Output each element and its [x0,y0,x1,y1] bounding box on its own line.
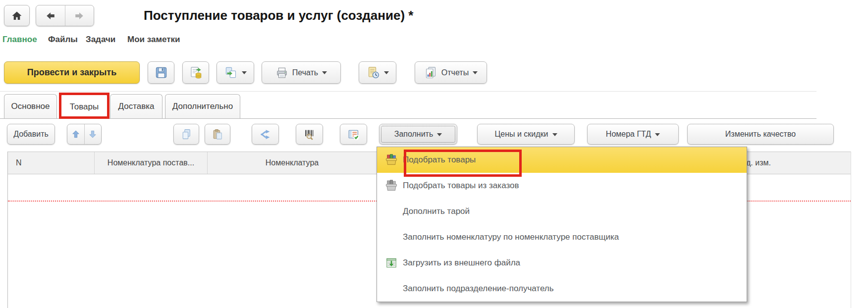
tab-tovary[interactable]: Товары [60,94,108,119]
gtd-numbers-label: Номера ГТД [606,130,651,139]
menu-item-label: Загрузить из внешнего файла [403,258,520,268]
column-label: N [16,158,22,167]
menu-item-zagruzit-iz-fayla[interactable]: Загрузить из внешнего файла [377,250,747,276]
tab-osnovnoe[interactable]: Основное [4,94,57,118]
arrow-up-icon [71,129,81,139]
menu-item-label: Подобрать товары [403,155,476,165]
forward-button[interactable] [65,5,94,26]
chevron-down-icon [384,71,389,77]
section-menu: Главное Файлы Задачи Мои заметки [0,35,868,48]
chevron-down-icon [473,71,478,77]
gtd-numbers-button[interactable]: Номера ГТД [587,124,679,145]
tab-label: Товары [70,102,99,112]
reports-chart-icon [424,66,437,79]
document-clock-icon [367,66,380,79]
menu-item-label: Заполнить номенклатуру по номенклатуре п… [403,232,619,242]
section-item-zadachi[interactable]: Задачи [86,35,115,45]
chevron-down-icon [437,133,442,139]
chevron-down-icon [655,133,660,139]
goods-box-gray-icon [384,178,399,193]
tab-dopolnitelno[interactable]: Дополнительно [165,94,240,118]
forward-arrow-icon [74,10,85,21]
menu-item-zapolnit-podrazdelenie[interactable]: Заполнить подразделение-получатель [377,276,747,302]
create-based-on-button[interactable] [217,61,254,84]
fill-table-button[interactable] [340,124,367,145]
change-quality-button[interactable]: Изменить качество [687,124,834,145]
barcode-scan-button[interactable] [296,124,323,145]
empty-icon-slot [384,230,399,245]
menu-item-label: Подобрать товары из заказов [403,181,519,191]
tab-label: Дополнительно [172,102,233,111]
reports-button[interactable]: Отчеты [415,61,487,84]
print-label: Печать [292,68,318,77]
print-button[interactable]: Печать [262,61,341,84]
prices-discounts-button[interactable]: Цены и скидки [477,124,575,145]
menu-item-podobrat-tovary[interactable]: Подобрать товары [377,147,747,173]
section-item-glavnoe[interactable]: Главное [2,35,37,45]
toolbar-separator [0,91,816,92]
form-window: Поступление товаров и услуг (создание) *… [0,0,868,308]
change-quality-label: Изменить качество [725,130,796,139]
chevron-down-icon [322,71,327,77]
back-arrow-icon [45,10,56,21]
empty-icon-slot [384,204,399,219]
section-item-moi-zametki[interactable]: Мои заметки [127,35,180,45]
post-and-close-label: Провести и закрыть [27,67,116,78]
save-button[interactable] [148,61,174,84]
table-check-icon [347,128,360,141]
menu-item-podobrat-tovary-iz-zakazov[interactable]: Подобрать товары из заказов [377,173,747,199]
tab-dostavka[interactable]: Доставка [110,94,163,118]
split-row-button[interactable] [252,124,279,145]
column-label: Номенклатура [266,158,319,167]
column-header-nomenklatura[interactable]: Номенклатура [208,152,377,174]
chevron-down-icon [552,133,557,139]
column-header-nomen-postav[interactable]: Номенклатура постав... [95,152,208,174]
tab-label: Основное [11,102,50,111]
move-row-group [67,124,102,145]
home-icon [11,10,23,22]
post-and-close-button[interactable]: Провести и закрыть [4,61,140,84]
goods-box-color-icon [384,153,399,167]
post-document-icon [189,66,203,79]
menu-item-dopolnit-taroy[interactable]: Дополнить тарой [377,199,747,224]
home-button[interactable] [4,5,30,26]
back-button[interactable] [36,5,65,26]
empty-icon-slot [384,281,399,296]
column-header-n[interactable]: N [8,152,95,174]
copy-row-button[interactable] [173,124,199,145]
save-icon [155,66,168,79]
arrow-down-icon [88,129,98,139]
printer-icon [275,66,288,79]
fill-dropdown-menu: Подобрать товары Подобрать товары из зак… [377,147,747,302]
paste-icon [212,128,224,141]
tabstrip-baseline [0,118,816,119]
column-label: д. изм. [746,158,771,167]
paste-row-button[interactable] [205,124,230,145]
move-row-up-button[interactable] [67,124,84,144]
fill-menu-button[interactable]: Заполнить [379,124,457,145]
menu-item-zapolnit-nomenklaturu[interactable]: Заполнить номенклатуру по номенклатуре п… [377,224,747,250]
page-title: Поступление товаров и услуг (создание) * [144,8,413,23]
menu-item-label: Заполнить подразделение-получатель [403,284,554,294]
fill-menu-label: Заполнить [394,130,434,139]
move-row-down-button[interactable] [85,124,102,144]
create-based-on-icon [224,66,238,79]
chevron-down-icon [242,71,247,77]
post-document-button[interactable] [182,61,209,84]
split-arrows-icon [259,128,271,141]
tab-label: Доставка [118,102,154,111]
section-item-fayly[interactable]: Файлы [48,35,78,45]
import-external-file-icon [384,256,399,270]
column-header-ed-izm-partial[interactable]: д. изм. [746,152,806,174]
barcode-icon [303,128,316,141]
menu-item-label: Дополнить тарой [403,206,470,216]
document-schedule-button[interactable] [359,61,396,84]
add-row-label: Добавить [13,130,49,139]
copy-icon [180,128,193,141]
history-nav-group [36,5,94,26]
reports-label: Отчеты [441,68,469,77]
prices-discounts-label: Цены и скидки [494,130,548,139]
add-row-button[interactable]: Добавить [7,124,55,145]
column-label: Номенклатура постав... [108,158,194,167]
